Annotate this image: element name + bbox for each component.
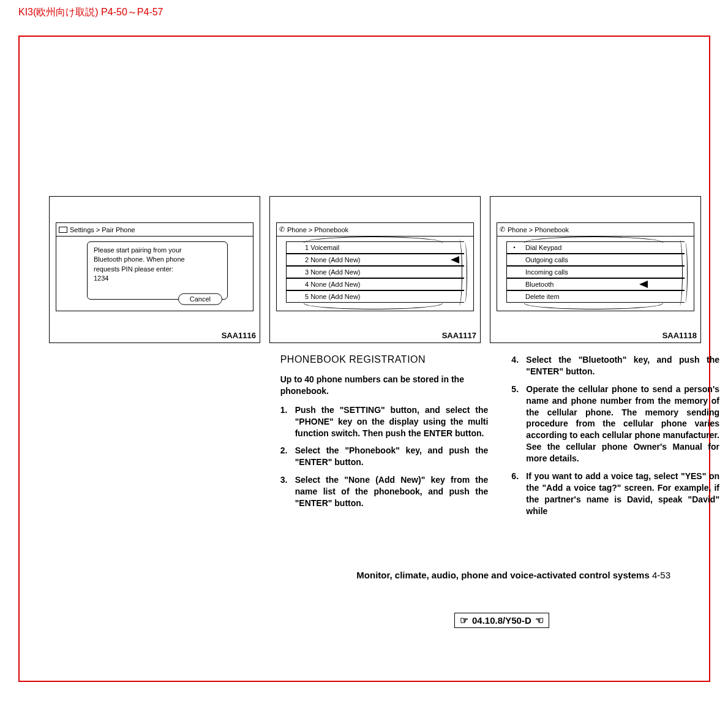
menu-list: 1 Voicemail 2 None (Add New) 3 None (Add… — [286, 241, 464, 305]
list-item[interactable]: Outgoing calls — [506, 254, 685, 266]
footer-chapter: Monitor, climate, audio, phone and voice… — [356, 570, 649, 580]
step-item: Select the "Phonebook" key, and push the… — [280, 445, 489, 468]
screen-breadcrumb: ✆ Phone > Phonebook — [277, 223, 473, 237]
pairing-popup: Please start pairing from your Bluetooth… — [87, 241, 228, 300]
list-item[interactable]: 1 Voicemail — [286, 241, 464, 254]
section-title: PHONEBOOK REGISTRATION — [280, 354, 489, 365]
page-footer: Monitor, climate, audio, phone and voice… — [356, 570, 670, 580]
list-item[interactable]: 3 None (Add New) — [286, 266, 464, 278]
intro-paragraph: Up to 40 phone numbers can be stored in … — [280, 374, 489, 397]
figure-3: ✆ Phone > Phonebook •Dial Keypad Outgoin… — [490, 196, 701, 343]
pointing-hand-right-icon: ☞ — [460, 615, 468, 626]
breadcrumb-text: Phone > Phonebook — [287, 226, 348, 233]
figure-2: ✆ Phone > Phonebook 1 Voicemail 2 None (… — [269, 196, 481, 343]
list-item[interactable]: 2 None (Add New) — [286, 254, 464, 266]
figure-label: SAA1117 — [442, 331, 476, 340]
figure-label: SAA1116 — [222, 331, 256, 340]
step-item: If you want to add a voice tag, select "… — [511, 471, 719, 517]
settings-icon — [59, 227, 67, 233]
list-item[interactable]: Bluetooth — [506, 278, 685, 290]
column-1 — [49, 354, 257, 523]
step-item: Select the "None (Add New)" key from the… — [280, 474, 489, 509]
step-list: Select the "Bluetooth" key, and push the… — [511, 354, 719, 517]
step-item: Push the "SETTING" button, and select th… — [280, 404, 489, 439]
screen-breadcrumb: Settings > Pair Phone — [56, 223, 253, 237]
figure-1: Settings > Pair Phone Please start pairi… — [49, 196, 260, 343]
scroll-down-hint — [304, 303, 443, 309]
pointer-arrow-icon — [451, 256, 459, 263]
list-item[interactable]: 5 None (Add New) — [286, 290, 464, 303]
menu-list: •Dial Keypad Outgoing calls Incoming cal… — [506, 241, 685, 305]
list-item[interactable]: •Dial Keypad — [506, 241, 685, 254]
step-item: Operate the cellular phone to send a per… — [511, 384, 719, 464]
cancel-button[interactable]: Cancel — [178, 293, 222, 305]
screen-2: ✆ Phone > Phonebook 1 Voicemail 2 None (… — [276, 222, 474, 311]
screen-3: ✆ Phone > Phonebook •Dial Keypad Outgoin… — [497, 222, 694, 311]
popup-line: requests PIN please enter: — [94, 265, 221, 274]
screen-1: Settings > Pair Phone Please start pairi… — [56, 222, 253, 311]
figure-label: SAA1118 — [662, 331, 697, 340]
phone-icon: ✆ — [500, 225, 505, 233]
column-3: Select the "Bluetooth" key, and push the… — [511, 354, 719, 523]
page-frame: Settings > Pair Phone Please start pairi… — [18, 36, 710, 682]
breadcrumb-text: Settings > Pair Phone — [70, 226, 135, 233]
screen-breadcrumb: ✆ Phone > Phonebook — [497, 223, 694, 237]
step-list: Push the "SETTING" button, and select th… — [280, 404, 489, 509]
breadcrumb-text: Phone > Phonebook — [508, 226, 569, 233]
list-item[interactable]: Delete item — [506, 290, 685, 303]
phone-icon: ✆ — [279, 225, 285, 233]
footer-page-number: 4-53 — [652, 570, 670, 580]
revision-text: 04.10.8/Y50-D — [472, 615, 531, 626]
step-item: Select the "Bluetooth" key, and push the… — [511, 354, 719, 377]
scroll-down-hint — [524, 303, 663, 309]
pointer-arrow-icon — [639, 281, 648, 288]
list-item[interactable]: 4 None (Add New) — [286, 278, 464, 290]
list-item[interactable]: Incoming calls — [506, 266, 685, 278]
popup-line: Please start pairing from your — [94, 246, 221, 255]
pointing-hand-left-icon: ☜ — [535, 615, 544, 626]
revision-box: ☞ 04.10.8/Y50-D ☜ — [454, 613, 549, 628]
figure-row: Settings > Pair Phone Please start pairi… — [49, 196, 719, 343]
column-2: PHONEBOOK REGISTRATION Up to 40 phone nu… — [280, 354, 489, 523]
header-label: KI3(欧州向け取説) P4-50～P4-57 — [18, 6, 163, 19]
popup-line: Bluetooth phone. When phone — [94, 255, 221, 264]
popup-pin: 1234 — [94, 274, 221, 283]
text-columns: PHONEBOOK REGISTRATION Up to 40 phone nu… — [49, 354, 719, 523]
